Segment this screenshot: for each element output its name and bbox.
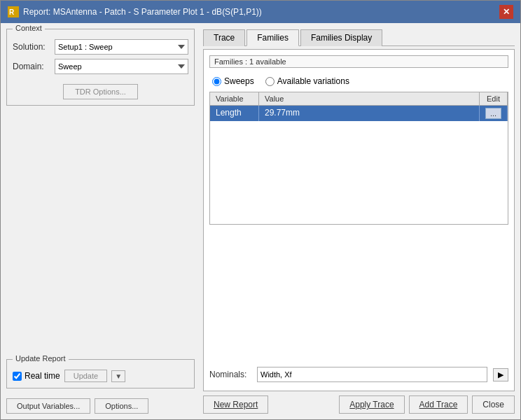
cell-variable: Length [210, 106, 259, 121]
bottom-right-buttons: New Report Apply Trace Add Trace Close [203, 391, 515, 414]
available-variations-radio[interactable] [265, 77, 275, 86]
realtime-checkbox-label[interactable]: Real time [13, 371, 60, 381]
domain-label: Domain: [13, 62, 55, 71]
table-header: Variable Value Edit [210, 92, 508, 106]
cell-value: 29.77mm [259, 106, 480, 121]
window-title: Report: MSAntenna - Patch - S Parameter … [23, 7, 262, 17]
apply-trace-label: Apply Trace [349, 400, 394, 410]
update-button[interactable]: Update [64, 370, 107, 382]
options-button[interactable]: Options... [95, 398, 148, 414]
sweeps-radio-text: Sweeps [224, 76, 254, 86]
app-icon: R [8, 6, 19, 18]
tab-families[interactable]: Families [246, 29, 299, 46]
add-trace-button[interactable]: Add Trace [409, 396, 468, 414]
sweeps-radio-label[interactable]: Sweeps [212, 76, 254, 86]
title-bar: R Report: MSAntenna - Patch - S Paramete… [1, 1, 520, 23]
main-window: R Report: MSAntenna - Patch - S Paramete… [0, 0, 521, 420]
right-panel: Trace Families Families Display Families… [200, 23, 520, 419]
nominals-arrow-button[interactable]: ▶ [493, 368, 508, 382]
output-variables-button[interactable]: Output Variables... [6, 398, 90, 414]
solution-label: Solution: [13, 42, 55, 52]
realtime-label: Real time [25, 371, 60, 381]
tabs-bar: Trace Families Families Display [203, 29, 515, 46]
tab-trace[interactable]: Trace [203, 29, 245, 46]
col-header-variable: Variable [210, 92, 259, 105]
solution-row: Solution: Setup1 : Sweep [13, 39, 188, 55]
edit-row-button[interactable]: ... [485, 108, 501, 119]
left-panel: Context Solution: Setup1 : Sweep Domain:… [1, 23, 200, 419]
families-header: Families : 1 available [209, 55, 508, 68]
domain-row: Domain: Sweep [13, 59, 188, 74]
tdr-options-button[interactable]: TDR Options... [63, 84, 138, 99]
tab-families-display[interactable]: Families Display [300, 29, 382, 46]
domain-select[interactable]: Sweep [55, 59, 188, 74]
title-bar-left: R Report: MSAntenna - Patch - S Paramete… [8, 6, 262, 18]
available-variations-text: Available variations [277, 76, 349, 86]
col-header-value: Value [259, 92, 480, 105]
svg-text:R: R [9, 8, 15, 16]
nominals-select[interactable]: Width, Xf [257, 367, 487, 382]
apply-trace-button[interactable]: Apply Trace [339, 396, 404, 414]
close-window-button[interactable]: ✕ [499, 5, 513, 19]
update-report-group: Update Report Real time Update ▼ [6, 359, 195, 388]
families-table: Variable Value Edit Length 29.77mm ... [209, 92, 508, 225]
add-trace-label: Add Trace [419, 400, 458, 410]
sweeps-radio[interactable] [212, 77, 221, 86]
new-report-button[interactable]: New Report [203, 396, 268, 414]
tab-content: Families : 1 available Sweeps Available … [203, 49, 515, 391]
update-row: Real time Update ▼ [13, 370, 188, 382]
right-action-buttons: Apply Trace Add Trace Close [339, 396, 515, 414]
col-header-edit: Edit [480, 92, 508, 105]
context-group: Context Solution: Setup1 : Sweep Domain:… [6, 29, 195, 106]
bottom-left-buttons: Output Variables... Options... [6, 398, 195, 414]
close-button[interactable]: Close [472, 396, 515, 414]
table-spacer [209, 229, 508, 360]
table-row[interactable]: Length 29.77mm ... [210, 106, 508, 121]
solution-select[interactable]: Setup1 : Sweep [55, 39, 188, 55]
cell-edit: ... [480, 106, 508, 121]
available-variations-radio-label[interactable]: Available variations [265, 76, 349, 86]
left-spacer [6, 110, 195, 355]
realtime-checkbox[interactable] [13, 372, 22, 381]
nominals-label: Nominals: [209, 370, 251, 379]
families-radio-row: Sweeps Available variations [209, 75, 508, 88]
update-dropdown-button[interactable]: ▼ [111, 370, 125, 382]
main-content: Context Solution: Setup1 : Sweep Domain:… [1, 23, 520, 419]
update-group-label: Update Report [13, 354, 69, 363]
context-group-label: Context [13, 24, 45, 32]
new-report-label: New Report [214, 400, 258, 410]
nominals-row: Nominals: Width, Xf ▶ [209, 364, 508, 385]
